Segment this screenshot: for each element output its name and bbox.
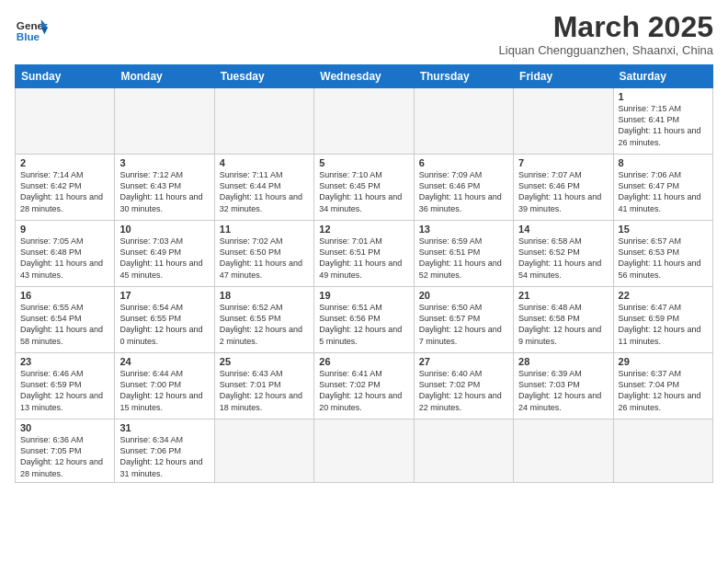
calendar-week-row: 30Sunrise: 6:36 AM Sunset: 7:05 PM Dayli…: [16, 419, 713, 483]
day-of-week-header: Friday: [514, 65, 613, 88]
day-of-week-header: Thursday: [414, 65, 513, 88]
calendar-header-row: SundayMondayTuesdayWednesdayThursdayFrid…: [16, 65, 713, 88]
calendar-day-cell: 27Sunrise: 6:40 AM Sunset: 7:02 PM Dayli…: [414, 353, 513, 419]
day-number: 19: [319, 290, 408, 301]
calendar-day-cell: [314, 419, 414, 483]
day-info: Sunrise: 6:46 AM Sunset: 6:59 PM Dayligh…: [20, 368, 109, 413]
day-info: Sunrise: 6:47 AM Sunset: 6:59 PM Dayligh…: [619, 302, 708, 347]
day-number: 4: [220, 157, 309, 168]
day-info: Sunrise: 6:39 AM Sunset: 7:03 PM Dayligh…: [518, 368, 608, 413]
calendar-day-cell: [514, 419, 613, 483]
day-number: 29: [619, 356, 708, 367]
day-number: 10: [119, 224, 209, 235]
calendar-day-cell: [314, 88, 414, 155]
day-info: Sunrise: 6:54 AM Sunset: 6:55 PM Dayligh…: [119, 302, 209, 347]
day-info: Sunrise: 7:01 AM Sunset: 6:51 PM Dayligh…: [319, 236, 408, 281]
calendar-day-cell: 6Sunrise: 7:09 AM Sunset: 6:46 PM Daylig…: [414, 155, 513, 221]
month-title: March 2025: [499, 11, 713, 43]
day-info: Sunrise: 6:50 AM Sunset: 6:57 PM Dayligh…: [419, 302, 508, 347]
calendar-day-cell: 2Sunrise: 7:14 AM Sunset: 6:42 PM Daylig…: [16, 155, 115, 221]
day-number: 26: [319, 356, 408, 367]
calendar-day-cell: 24Sunrise: 6:44 AM Sunset: 7:00 PM Dayli…: [115, 353, 214, 419]
calendar-day-cell: 9Sunrise: 7:05 AM Sunset: 6:48 PM Daylig…: [16, 221, 115, 287]
header: General Blue March 2025 Liquan Chengguan…: [15, 11, 713, 57]
day-number: 3: [119, 157, 209, 168]
day-info: Sunrise: 6:44 AM Sunset: 7:00 PM Dayligh…: [119, 368, 209, 413]
day-number: 20: [419, 290, 508, 301]
day-info: Sunrise: 6:59 AM Sunset: 6:51 PM Dayligh…: [419, 236, 508, 281]
title-block: March 2025 Liquan Chengguanzhen, Shaanxi…: [499, 11, 713, 57]
calendar-day-cell: 31Sunrise: 6:34 AM Sunset: 7:06 PM Dayli…: [115, 419, 214, 483]
day-number: 14: [518, 224, 608, 235]
day-number: 17: [119, 290, 209, 301]
calendar-day-cell: [514, 88, 613, 155]
day-number: 9: [20, 224, 109, 235]
calendar-day-cell: 4Sunrise: 7:11 AM Sunset: 6:44 PM Daylig…: [214, 155, 313, 221]
day-number: 15: [619, 224, 708, 235]
day-info: Sunrise: 6:37 AM Sunset: 7:04 PM Dayligh…: [619, 368, 708, 413]
day-info: Sunrise: 6:48 AM Sunset: 6:58 PM Dayligh…: [518, 302, 608, 347]
calendar-day-cell: 16Sunrise: 6:55 AM Sunset: 6:54 PM Dayli…: [16, 287, 115, 353]
day-info: Sunrise: 7:10 AM Sunset: 6:45 PM Dayligh…: [319, 169, 408, 214]
calendar-day-cell: 21Sunrise: 6:48 AM Sunset: 6:58 PM Dayli…: [514, 287, 613, 353]
logo-icon: General Blue: [15, 11, 48, 44]
day-number: 30: [20, 422, 109, 433]
day-number: 31: [119, 422, 209, 433]
calendar-day-cell: [214, 88, 313, 155]
day-number: 18: [220, 290, 309, 301]
day-number: 25: [220, 356, 309, 367]
calendar-day-cell: 30Sunrise: 6:36 AM Sunset: 7:05 PM Dayli…: [16, 419, 115, 483]
calendar-day-cell: 20Sunrise: 6:50 AM Sunset: 6:57 PM Dayli…: [414, 287, 513, 353]
calendar-day-cell: [414, 419, 513, 483]
day-info: Sunrise: 7:03 AM Sunset: 6:49 PM Dayligh…: [119, 236, 209, 281]
day-number: 27: [419, 356, 508, 367]
day-number: 22: [619, 290, 708, 301]
calendar-day-cell: 15Sunrise: 6:57 AM Sunset: 6:53 PM Dayli…: [613, 221, 712, 287]
day-info: Sunrise: 6:41 AM Sunset: 7:02 PM Dayligh…: [319, 368, 408, 413]
day-info: Sunrise: 6:57 AM Sunset: 6:53 PM Dayligh…: [619, 236, 708, 281]
day-info: Sunrise: 7:06 AM Sunset: 6:47 PM Dayligh…: [619, 169, 708, 214]
calendar-week-row: 9Sunrise: 7:05 AM Sunset: 6:48 PM Daylig…: [16, 221, 713, 287]
day-number: 23: [20, 356, 109, 367]
day-info: Sunrise: 7:09 AM Sunset: 6:46 PM Dayligh…: [419, 169, 508, 214]
calendar-day-cell: 26Sunrise: 6:41 AM Sunset: 7:02 PM Dayli…: [314, 353, 414, 419]
calendar-week-row: 16Sunrise: 6:55 AM Sunset: 6:54 PM Dayli…: [16, 287, 713, 353]
calendar-day-cell: 28Sunrise: 6:39 AM Sunset: 7:03 PM Dayli…: [514, 353, 613, 419]
day-info: Sunrise: 6:40 AM Sunset: 7:02 PM Dayligh…: [419, 368, 508, 413]
calendar-day-cell: 12Sunrise: 7:01 AM Sunset: 6:51 PM Dayli…: [314, 221, 414, 287]
day-info: Sunrise: 6:55 AM Sunset: 6:54 PM Dayligh…: [20, 302, 109, 347]
day-info: Sunrise: 7:11 AM Sunset: 6:44 PM Dayligh…: [220, 169, 309, 214]
calendar-day-cell: 10Sunrise: 7:03 AM Sunset: 6:49 PM Dayli…: [115, 221, 214, 287]
calendar-day-cell: 29Sunrise: 6:37 AM Sunset: 7:04 PM Dayli…: [613, 353, 712, 419]
day-info: Sunrise: 6:36 AM Sunset: 7:05 PM Dayligh…: [20, 434, 109, 479]
calendar-day-cell: [214, 419, 313, 483]
calendar-week-row: 23Sunrise: 6:46 AM Sunset: 6:59 PM Dayli…: [16, 353, 713, 419]
calendar-day-cell: 22Sunrise: 6:47 AM Sunset: 6:59 PM Dayli…: [613, 287, 712, 353]
day-info: Sunrise: 7:15 AM Sunset: 6:41 PM Dayligh…: [619, 103, 708, 148]
day-number: 7: [518, 157, 608, 168]
page: General Blue March 2025 Liquan Chengguan…: [0, 0, 728, 563]
logo: General Blue: [15, 11, 48, 44]
calendar-day-cell: 23Sunrise: 6:46 AM Sunset: 6:59 PM Dayli…: [16, 353, 115, 419]
calendar-day-cell: 8Sunrise: 7:06 AM Sunset: 6:47 PM Daylig…: [613, 155, 712, 221]
svg-text:Blue: Blue: [17, 30, 40, 42]
day-info: Sunrise: 6:52 AM Sunset: 6:55 PM Dayligh…: [220, 302, 309, 347]
day-info: Sunrise: 7:12 AM Sunset: 6:43 PM Dayligh…: [119, 169, 209, 214]
day-number: 1: [619, 91, 708, 102]
calendar-day-cell: 17Sunrise: 6:54 AM Sunset: 6:55 PM Dayli…: [115, 287, 214, 353]
day-number: 21: [518, 290, 608, 301]
calendar-day-cell: [613, 419, 712, 483]
day-info: Sunrise: 7:07 AM Sunset: 6:46 PM Dayligh…: [518, 169, 608, 214]
calendar-week-row: 1Sunrise: 7:15 AM Sunset: 6:41 PM Daylig…: [16, 88, 713, 155]
day-info: Sunrise: 7:02 AM Sunset: 6:50 PM Dayligh…: [220, 236, 309, 281]
day-number: 13: [419, 224, 508, 235]
calendar-day-cell: 11Sunrise: 7:02 AM Sunset: 6:50 PM Dayli…: [214, 221, 313, 287]
location: Liquan Chengguanzhen, Shaanxi, China: [499, 43, 713, 57]
calendar-day-cell: [115, 88, 214, 155]
day-of-week-header: Saturday: [613, 65, 712, 88]
day-number: 5: [319, 157, 408, 168]
calendar-day-cell: 19Sunrise: 6:51 AM Sunset: 6:56 PM Dayli…: [314, 287, 414, 353]
calendar-day-cell: 1Sunrise: 7:15 AM Sunset: 6:41 PM Daylig…: [613, 88, 712, 155]
day-of-week-header: Monday: [115, 65, 214, 88]
day-number: 6: [419, 157, 508, 168]
